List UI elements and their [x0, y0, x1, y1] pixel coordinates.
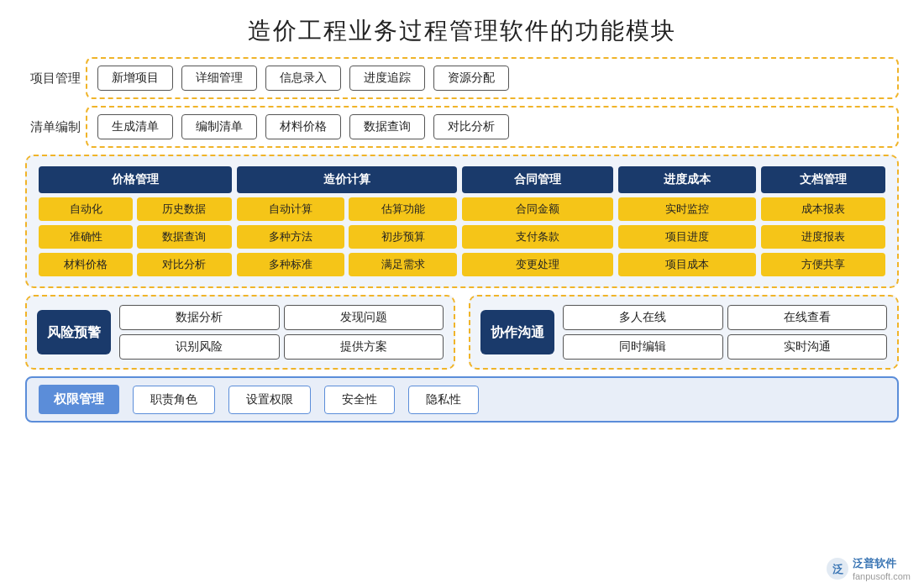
btn-auto-calc[interactable]: 自动计算	[237, 197, 345, 221]
btn-material-price[interactable]: 材料价格	[265, 114, 341, 139]
collab-items-grid: 多人在线 在线查看 同时编辑 实时沟通	[563, 305, 887, 360]
btn-project-progress[interactable]: 项目进度	[618, 225, 756, 249]
risk-items-grid: 数据分析 发现问题 识别风险 提供方案	[119, 305, 444, 360]
logo-text: 泛普软件 fanpusoft.com	[853, 556, 911, 581]
btn-resource-alloc[interactable]: 资源分配	[433, 66, 509, 91]
btn-new-project[interactable]: 新增项目	[97, 66, 173, 91]
btn-project-cost[interactable]: 项目成本	[618, 253, 756, 276]
risk-warning-box: 风险预警 数据分析 发现问题 识别风险 提供方案	[25, 295, 455, 370]
btn-change-process[interactable]: 变更处理	[462, 253, 613, 276]
price-management-header: 价格管理	[39, 166, 232, 193]
btn-edit-list[interactable]: 编制清单	[181, 114, 257, 139]
btn-security[interactable]: 安全性	[324, 386, 395, 414]
doc-management-group: 文档管理 成本报表 进度报表 方便共享	[761, 166, 885, 276]
main-content: 项目管理 新增项目 详细管理 信息录入 进度追踪 资源分配 清单编制 生成清单 …	[0, 57, 924, 423]
btn-progress-report[interactable]: 进度报表	[761, 225, 885, 249]
list-editing-label: 清单编制	[25, 119, 86, 135]
risk-warning-label: 风险预警	[37, 310, 111, 355]
contract-items: 合同金额 支付条款 变更处理	[462, 197, 613, 276]
btn-realtime-monitor[interactable]: 实时监控	[618, 197, 756, 221]
btn-multi-online[interactable]: 多人在线	[563, 305, 723, 330]
cost-calculation-group: 造价计算 自动计算 多种方法 多种标准 估算功能 初步预算 满足需求	[237, 166, 457, 276]
page-title: 造价工程业务过程管理软件的功能模块	[0, 0, 924, 57]
btn-compare[interactable]: 对比分析	[137, 253, 231, 276]
btn-provide-solution[interactable]: 提供方案	[284, 334, 444, 360]
btn-compare-analysis[interactable]: 对比分析	[433, 114, 509, 139]
btn-find-problem[interactable]: 发现问题	[284, 305, 444, 330]
btn-duty-role[interactable]: 职责角色	[133, 386, 215, 414]
project-management-row: 项目管理 新增项目 详细管理 信息录入 进度追踪 资源分配	[25, 57, 899, 99]
price-col2: 历史数据 数据查询 对比分析	[137, 197, 231, 276]
btn-auto[interactable]: 自动化	[39, 197, 133, 221]
cost-col2: 估算功能 初步预算 满足需求	[349, 197, 457, 276]
btn-data-query[interactable]: 数据查询	[349, 114, 425, 139]
btn-progress-track[interactable]: 进度追踪	[349, 66, 425, 91]
project-management-box: 新增项目 详细管理 信息录入 进度追踪 资源分配	[86, 57, 899, 99]
btn-gen-list[interactable]: 生成清单	[97, 114, 173, 139]
btn-easy-share[interactable]: 方便共享	[761, 253, 885, 276]
logo-watermark: 泛 泛普软件 fanpusoft.com	[826, 556, 911, 581]
project-management-label: 项目管理	[25, 71, 86, 87]
btn-data-qry[interactable]: 数据查询	[137, 225, 231, 249]
big-middle-section: 价格管理 自动化 准确性 材料价格 历史数据 数据查询 对比分析 造价计	[25, 155, 899, 288]
btn-set-perms[interactable]: 设置权限	[228, 386, 311, 414]
btn-satisfy-need[interactable]: 满足需求	[349, 253, 457, 276]
cost-calculation-header: 造价计算	[237, 166, 457, 193]
doc-items: 成本报表 进度报表 方便共享	[761, 197, 885, 276]
logo-icon: 泛	[826, 557, 849, 580]
btn-mat-price[interactable]: 材料价格	[39, 253, 133, 276]
doc-management-header: 文档管理	[761, 166, 885, 193]
list-editing-box: 生成清单 编制清单 材料价格 数据查询 对比分析	[86, 106, 899, 148]
btn-identify-risk[interactable]: 识别风险	[119, 334, 280, 360]
btn-detail-manage[interactable]: 详细管理	[181, 66, 257, 91]
collab-communication-box: 协作沟通 多人在线 在线查看 同时编辑 实时沟通	[469, 295, 899, 370]
progress-cost-header: 进度成本	[618, 166, 756, 193]
contract-management-header: 合同管理	[462, 166, 613, 193]
btn-accuracy[interactable]: 准确性	[39, 225, 133, 249]
cost-col1: 自动计算 多种方法 多种标准	[237, 197, 345, 276]
price-col1: 自动化 准确性 材料价格	[39, 197, 133, 276]
btn-cost-report[interactable]: 成本报表	[761, 197, 885, 221]
btn-multi-std[interactable]: 多种标准	[237, 253, 345, 276]
btn-info-entry[interactable]: 信息录入	[265, 66, 341, 91]
btn-contract-amount[interactable]: 合同金额	[462, 197, 613, 221]
btn-prelim-budget[interactable]: 初步预算	[349, 225, 457, 249]
btn-online-view[interactable]: 在线查看	[727, 305, 888, 330]
contract-management-group: 合同管理 合同金额 支付条款 变更处理	[462, 166, 613, 276]
price-management-group: 价格管理 自动化 准确性 材料价格 历史数据 数据查询 对比分析	[39, 166, 232, 276]
btn-data-analysis[interactable]: 数据分析	[119, 305, 280, 330]
btn-payment-terms[interactable]: 支付条款	[462, 225, 613, 249]
progress-cost-group: 进度成本 实时监控 项目进度 项目成本	[618, 166, 756, 276]
btn-multi-method[interactable]: 多种方法	[237, 225, 345, 249]
progress-items: 实时监控 项目进度 项目成本	[618, 197, 756, 276]
perms-row: 权限管理 职责角色 设置权限 安全性 隐私性	[25, 376, 899, 423]
btn-simultaneous-edit[interactable]: 同时编辑	[563, 334, 723, 360]
btn-realtime-comm[interactable]: 实时沟通	[727, 334, 888, 360]
svg-text:泛: 泛	[832, 563, 843, 575]
perms-label: 权限管理	[39, 385, 119, 414]
btn-privacy[interactable]: 隐私性	[408, 386, 479, 414]
list-editing-row: 清单编制 生成清单 编制清单 材料价格 数据查询 对比分析	[25, 106, 899, 148]
bottom-sections: 风险预警 数据分析 发现问题 识别风险 提供方案 协作沟通 多人在线 在线查看 …	[25, 295, 899, 370]
collab-communication-label: 协作沟通	[480, 310, 554, 355]
btn-hist-data[interactable]: 历史数据	[137, 197, 231, 221]
big-section-inner: 价格管理 自动化 准确性 材料价格 历史数据 数据查询 对比分析 造价计	[39, 166, 885, 276]
btn-estimate[interactable]: 估算功能	[349, 197, 457, 221]
